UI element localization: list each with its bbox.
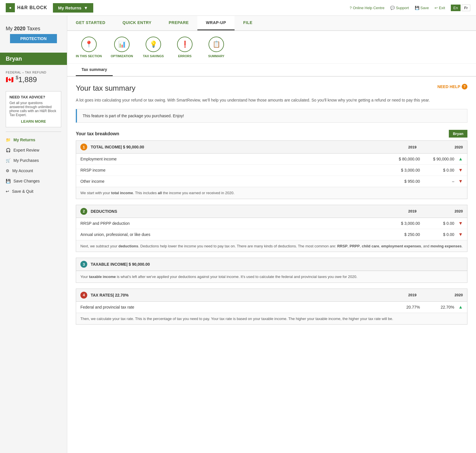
need-help-button[interactable]: NEED HELP ? [437, 84, 467, 90]
section-icon-tax-savings[interactable]: 💡TAX SAVINGS [142, 37, 165, 58]
save-label: Save [421, 6, 429, 10]
arrow-up-icon: ▲ [458, 156, 463, 161]
arrow-down-icon: ▼ [458, 179, 463, 184]
logo-text: H&R BLOCK [17, 5, 47, 10]
tax-advice-body: Get all your questions answered through … [9, 101, 57, 117]
section-note: Then, we calculate your tax rate. This i… [76, 313, 467, 325]
content-title: Your tax summary [76, 84, 136, 93]
col-header-2020: 2020 [420, 209, 463, 213]
section-header: 4TAX RATES| 22.70%20192020 [76, 289, 467, 302]
nav-icon: ⚙ [6, 168, 9, 173]
section-icons: 📍IN THIS SECTION📊OPTIMIZATION💡TAX SAVING… [67, 31, 476, 64]
help-label: Online Help Centre [353, 6, 384, 10]
row-2020-value: $ 0.00 [420, 221, 454, 226]
icon-label: ERRORS [178, 54, 192, 58]
section-note: Your taxable income is what's left after… [76, 271, 467, 283]
exit-link[interactable]: ↩ Exit [435, 6, 445, 10]
top-tab-quick-entry[interactable]: QUICK ENTRY [114, 16, 160, 30]
table-row: Other income $ 950.00 – ▼ [76, 176, 467, 187]
top-tab-prepare[interactable]: PREPARE [160, 16, 197, 30]
row-2020-value: 22.70% [420, 305, 454, 309]
section-icon-summary[interactable]: 📋SUMMARY [205, 37, 228, 58]
arrow-down-icon: ▼ [458, 168, 463, 172]
logo-area: ■ H&R BLOCK [6, 3, 47, 12]
exit-label: Exit [439, 6, 445, 10]
lang-fr-button[interactable]: Fr [462, 5, 470, 11]
icon-label: OPTIMIZATION [111, 54, 133, 58]
top-tab-get-started[interactable]: GET STARTED [67, 16, 114, 30]
nav-icon: 📁 [6, 138, 11, 142]
table-row: RRSP income $ 3,000.00 $ 0.00 ▼ [76, 165, 467, 176]
sidebar-nav-item-save-&-quit[interactable]: ↩Save & Quit [0, 186, 67, 196]
row-2019-value: $ 3,000.00 [377, 221, 420, 226]
row-arrow: ▼ [454, 168, 463, 173]
person-button[interactable]: Bryan [449, 130, 467, 138]
breakdown-title: Your tax breakdown [76, 131, 119, 136]
row-arrow: ▼ [454, 221, 463, 226]
sidebar-nav-item-my-account[interactable]: ⚙My Account [0, 166, 67, 176]
user-name-box: Bryan [0, 53, 67, 65]
row-2019-value: $ 3,000.00 [377, 168, 420, 172]
section-icon-in-this-section[interactable]: 📍IN THIS SECTION [76, 37, 102, 58]
row-2020-value: $ 0.00 [420, 168, 454, 172]
refund-label: FEDERAL – TAX REFUND [6, 71, 61, 74]
col-header-2019: 2019 [374, 209, 416, 213]
my-returns-button[interactable]: My Returns ▼ [53, 3, 93, 13]
feature-box: This feature is part of the package you … [76, 109, 467, 123]
sidebar-nav-item-save-changes[interactable]: 💾Save Changes [0, 176, 67, 186]
sidebar-nav-item-expert-review[interactable]: 🎧Expert Review [0, 145, 67, 155]
section-number: 4 [80, 292, 87, 299]
sidebar-year: My 2020 Taxes PROTECTION [0, 21, 67, 50]
col-header-2020: 2020 [420, 145, 463, 149]
my-returns-label: My Returns [58, 5, 82, 10]
refund-number: 1,889 [18, 75, 37, 84]
errors-icon: ❗ [177, 37, 193, 52]
save-link[interactable]: 💾 Save [415, 6, 429, 10]
top-tab-wrap-up[interactable]: WRAP-UP [197, 16, 235, 30]
nav-icon: 🛒 [6, 158, 11, 163]
sub-tab-tax-summary[interactable]: Tax summary [76, 64, 113, 76]
breakdown-header: Your tax breakdown Bryan [76, 130, 467, 138]
row-label: Other income [80, 179, 377, 184]
section-title: DEDUCTIONS [91, 209, 370, 214]
content-area: Your tax summary NEED HELP ? A lot goes … [67, 77, 476, 337]
section-number: 1 [80, 144, 87, 150]
sidebar-nav-item-my-returns[interactable]: 📁My Returns [0, 135, 67, 145]
section-icon-errors[interactable]: ❗ERRORS [173, 37, 196, 58]
top-tab-file[interactable]: FILE [235, 16, 261, 30]
section-number: 3 [80, 261, 87, 268]
section-header: 2DEDUCTIONS20192020 [76, 205, 467, 218]
row-2019-value: $ 250.00 [377, 232, 420, 237]
feature-note-text: This feature is part of the package you … [83, 114, 184, 118]
protection-button[interactable]: PROTECTION [10, 34, 57, 43]
learn-more-link[interactable]: LEARN MORE [9, 119, 57, 124]
breakdown-section: 3TAXABLE INCOME| $ 90,000.00Your taxable… [76, 258, 467, 283]
top-tabs: GET STARTEDQUICK ENTRYPREPAREWRAP-UPFILE [67, 16, 476, 31]
summary-icon: 📋 [209, 37, 224, 52]
refund-amount: 🇨🇦 $1,889 [6, 75, 61, 84]
sidebar-nav-item-my-purchases[interactable]: 🛒My Purchases [0, 155, 67, 166]
section-icon-optimization[interactable]: 📊OPTIMIZATION [110, 37, 133, 58]
header-right: ? Online Help Centre 💬 Support 💾 Save ↩ … [350, 5, 470, 11]
sidebar-divider [6, 132, 61, 132]
nav-icon: 🎧 [6, 148, 11, 152]
table-row: Employment income $ 80,000.00 $ 90,000.0… [76, 154, 467, 165]
exit-icon: ↩ [435, 6, 438, 10]
section-title: TAX RATES| 22.70% [91, 293, 370, 297]
row-label: RRSP income [80, 168, 377, 172]
help-link[interactable]: ? Online Help Centre [350, 6, 384, 10]
row-2020-value: – [420, 179, 454, 184]
section-title: TOTAL INCOME| $ 90,000.00 [91, 145, 370, 149]
section-title: TAXABLE INCOME| $ 90,000.00 [91, 262, 463, 267]
tax-advice-box: NEED TAX ADVICE? Get all your questions … [6, 91, 61, 127]
support-label: Support [396, 6, 409, 10]
in-this-section-icon: 📍 [81, 37, 97, 52]
col-header-2020: 2020 [420, 293, 463, 297]
breakdown-section: 4TAX RATES| 22.70%20192020 Federal and p… [76, 289, 467, 325]
save-icon: 💾 [415, 6, 419, 10]
lang-en-button[interactable]: En [451, 5, 461, 11]
row-label: RRSP and PRPP deduction [80, 221, 377, 226]
support-link[interactable]: 💬 Support [390, 6, 409, 10]
refund-value: $1,889 [16, 75, 37, 84]
breakdown-sections: 1TOTAL INCOME| $ 90,000.0020192020 Emplo… [76, 140, 467, 325]
